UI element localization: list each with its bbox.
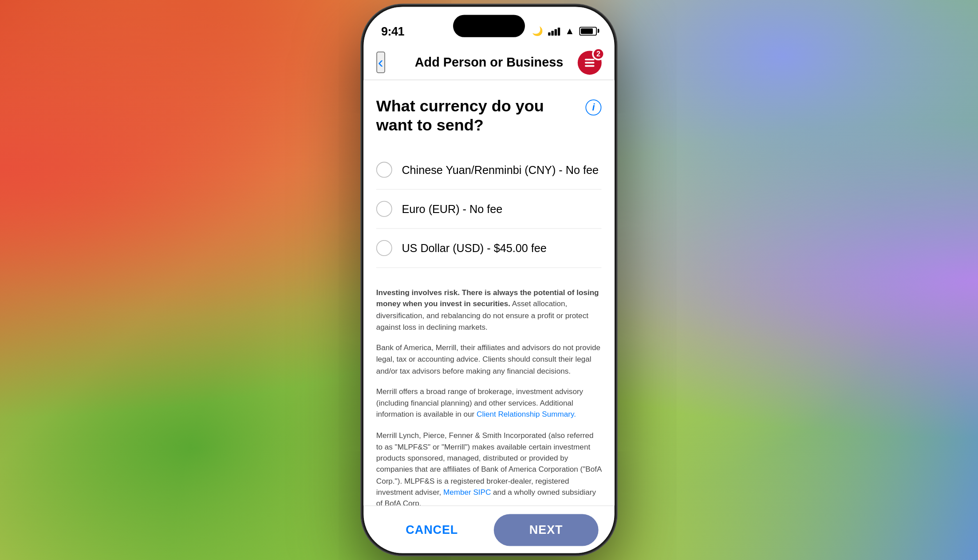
question-row: What currency do you want to send? i <box>376 96 602 134</box>
wifi-icon: ▲ <box>565 25 574 36</box>
crs-link[interactable]: Client Relationship Summary. <box>477 410 576 418</box>
nav-bar: ‹ Add Person or Business 2 <box>363 45 614 80</box>
moon-icon: 🌙 <box>532 26 543 36</box>
cancel-button[interactable]: CANCEL <box>379 514 484 546</box>
signal-icon <box>548 27 560 35</box>
main-content: What currency do you want to send? i Chi… <box>363 80 614 505</box>
currency-options: Chinese Yuan/Renminbi (CNY) - No fee Eur… <box>376 150 602 268</box>
phone-body: 9:41 🌙 ▲ ‹ <box>361 4 617 556</box>
sipc-link[interactable]: Member SIPC <box>443 488 491 497</box>
next-button[interactable]: NEXT <box>494 514 599 546</box>
disclaimer-1: Investing involves risk. There is always… <box>376 287 602 333</box>
disclaimer-4: Merrill Lynch, Pierce, Fenner & Smith In… <box>376 430 602 505</box>
label-cny: Chinese Yuan/Renminbi (CNY) - No fee <box>402 163 599 176</box>
option-cny[interactable]: Chinese Yuan/Renminbi (CNY) - No fee <box>376 150 602 189</box>
status-bar: 9:41 🌙 ▲ <box>363 7 614 45</box>
disclaimer-3: Merrill offers a broad range of brokerag… <box>376 386 602 420</box>
disclaimer-section: Investing involves risk. There is always… <box>376 287 602 505</box>
radio-usd[interactable] <box>376 240 392 256</box>
option-usd[interactable]: US Dollar (USD) - $45.00 fee <box>376 229 602 268</box>
label-usd: US Dollar (USD) - $45.00 fee <box>402 242 547 255</box>
info-icon[interactable]: i <box>586 99 602 115</box>
dynamic-island <box>453 15 525 37</box>
battery-icon <box>579 27 597 35</box>
disclaimer-2: Bank of America, Merrill, their affiliat… <box>376 342 602 376</box>
notification-badge: 2 <box>592 47 605 60</box>
option-eur[interactable]: Euro (EUR) - No fee <box>376 190 602 229</box>
status-icons: 🌙 ▲ <box>532 25 597 36</box>
back-button[interactable]: ‹ <box>376 51 385 73</box>
phone-device: 9:41 🌙 ▲ ‹ <box>361 4 617 556</box>
profile-avatar[interactable]: 2 <box>578 51 602 75</box>
status-time: 9:41 <box>381 24 404 38</box>
phone-screen: 9:41 🌙 ▲ ‹ <box>363 7 614 553</box>
radio-eur[interactable] <box>376 201 392 217</box>
bottom-bar: CANCEL NEXT <box>363 505 614 553</box>
label-eur: Euro (EUR) - No fee <box>402 202 503 215</box>
nav-title: Add Person or Business <box>415 55 563 69</box>
question-title: What currency do you want to send? <box>376 96 586 134</box>
radio-cny[interactable] <box>376 162 392 178</box>
